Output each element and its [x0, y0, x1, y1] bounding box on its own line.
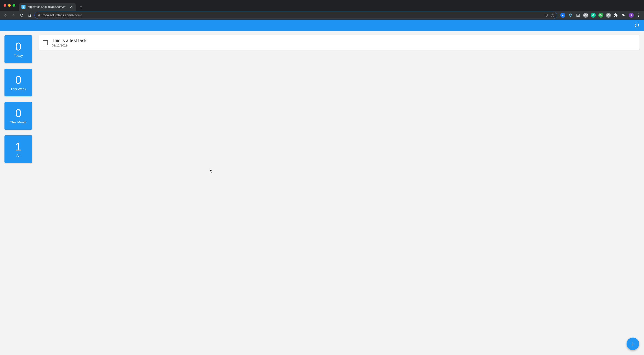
- filter-label: Today: [14, 54, 23, 58]
- extension-icon[interactable]: B+: [598, 13, 603, 18]
- extension-icon[interactable]: A: [560, 13, 565, 18]
- add-task-fab[interactable]: [626, 338, 639, 350]
- forward-button[interactable]: [10, 12, 16, 18]
- passwords-key-icon[interactable]: [621, 12, 627, 18]
- bookmark-star-icon[interactable]: [551, 14, 554, 17]
- svg-text:N: N: [577, 14, 578, 16]
- task-info: This is a test task09/11/2019: [52, 38, 86, 47]
- close-tab-icon[interactable]: [70, 5, 73, 8]
- extensions-row: ANABPGB+: [560, 13, 611, 18]
- svg-point-3: [608, 15, 609, 16]
- browser-tabstrip: https://todo.solutelabs.com/#/l: [0, 0, 644, 11]
- filter-label: This Week: [10, 87, 26, 91]
- task-list: This is a test task09/11/2019: [39, 35, 640, 163]
- tab-title: https://todo.solutelabs.com/#/l: [28, 5, 68, 8]
- svg-rect-0: [545, 14, 548, 16]
- page-viewport: 0Today0This Week0This Month1All This is …: [0, 20, 644, 355]
- task-date: 09/11/2019: [52, 44, 86, 47]
- app-bar: [0, 20, 644, 31]
- browser-tab[interactable]: https://todo.solutelabs.com/#/l: [19, 3, 76, 11]
- window-minimize-button[interactable]: [8, 4, 11, 7]
- browser-menu-button[interactable]: [636, 12, 642, 18]
- reload-button[interactable]: [18, 12, 24, 18]
- flutter-favicon-icon: [22, 5, 26, 9]
- filter-card-all[interactable]: 1All: [4, 135, 32, 163]
- lock-icon: [37, 14, 40, 17]
- address-bar[interactable]: todo.solutelabs.com/#/home: [34, 12, 557, 19]
- filter-label: This Month: [10, 120, 26, 124]
- url-text: todo.solutelabs.com/#/home: [43, 14, 542, 17]
- task-checkbox[interactable]: [43, 40, 48, 45]
- logout-button[interactable]: [634, 22, 640, 28]
- filter-card-this-week[interactable]: 0This Week: [4, 69, 32, 96]
- task-title: This is a test task: [52, 38, 86, 43]
- extensions-puzzle-icon[interactable]: [613, 12, 619, 18]
- extension-icon[interactable]: [606, 13, 611, 18]
- home-button[interactable]: [26, 12, 33, 18]
- install-app-icon[interactable]: [544, 14, 548, 17]
- extension-icon[interactable]: ABP: [583, 13, 588, 18]
- filter-count: 0: [15, 41, 22, 52]
- cursor-icon: [210, 169, 213, 173]
- task-row[interactable]: This is a test task09/11/2019: [39, 35, 640, 50]
- window-close-button[interactable]: [4, 4, 6, 7]
- svg-point-4: [638, 14, 639, 14]
- svg-point-5: [638, 15, 639, 16]
- omnibox-actions: [544, 14, 554, 17]
- window-maximize-button[interactable]: [12, 4, 15, 7]
- extension-icon[interactable]: [568, 13, 573, 18]
- filter-count: 0: [15, 108, 22, 119]
- filter-label: All: [16, 154, 20, 158]
- url-domain: todo.solutelabs.com: [43, 14, 71, 17]
- page-content: 0Today0This Week0This Month1All This is …: [0, 31, 644, 168]
- window-controls: [4, 0, 15, 11]
- extension-icon[interactable]: N: [576, 13, 580, 18]
- extension-icon[interactable]: G: [591, 13, 596, 18]
- filter-card-today[interactable]: 0Today: [4, 35, 32, 63]
- url-path: /#/home: [71, 14, 82, 17]
- filter-card-this-month[interactable]: 0This Month: [4, 102, 32, 130]
- profile-avatar[interactable]: K: [629, 13, 634, 18]
- new-tab-button[interactable]: [78, 4, 84, 10]
- filter-sidebar: 0Today0This Week0This Month1All: [4, 35, 32, 163]
- svg-point-6: [638, 16, 639, 17]
- filter-count: 1: [15, 141, 22, 152]
- filter-count: 0: [15, 74, 22, 86]
- browser-toolbar: todo.solutelabs.com/#/home ANABPGB+ K: [0, 11, 644, 20]
- back-button[interactable]: [2, 12, 8, 18]
